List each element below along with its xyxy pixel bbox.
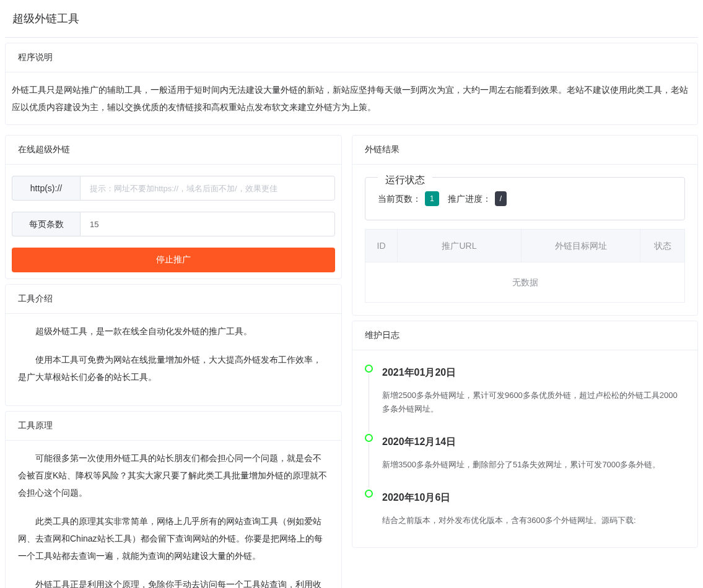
timeline-date: 2020年10月6日 xyxy=(382,488,685,508)
progress-label: 推广进度： xyxy=(448,190,491,207)
intro-p2: 使用本工具可免费为网站在线批量增加外链，大大提高外链发布工作效率，是广大草根站长… xyxy=(18,351,329,386)
online-tool-card: 在线超级外链 http(s):// 每页条数 停止推广 xyxy=(5,135,342,279)
empty-text: 无数据 xyxy=(365,262,685,303)
stop-promote-button[interactable]: 停止推广 xyxy=(12,248,335,272)
changelog-card: 维护日志 2021年01月20日 新增2500多条外链网址，累计可发9600多条… xyxy=(352,321,698,548)
col-id: ID xyxy=(365,230,398,262)
timeline-content: 新增3500多条外链网址，删除部分了51条失效网址，累计可发7000多条外链。 xyxy=(382,458,685,472)
timeline-content: 新增2500多条外链网址，累计可发9600多条优质外链，超过卢松松的外链工具20… xyxy=(382,389,685,416)
online-tool-header: 在线超级外链 xyxy=(6,136,341,165)
timeline-item: 2021年01月20日 新增2500多条外链网址，累计可发9600多条优质外链，… xyxy=(382,363,685,432)
timeline-date: 2020年12月14日 xyxy=(382,432,685,452)
description-header: 程序说明 xyxy=(6,43,697,72)
status-title: 运行状态 xyxy=(378,170,432,190)
timeline-date: 2021年01月20日 xyxy=(382,363,685,383)
timeline-item: 2020年12月14日 新增3500多条外链网址，删除部分了51条失效网址，累计… xyxy=(382,432,685,488)
principle-p3: 外链工具正是利用这个原理，免除你手动去访问每一个工具站查询，利用收集到的工具站列… xyxy=(18,576,329,588)
description-text: 外链工具只是网站推广的辅助工具，一般适用于短时间内无法建设大量外链的新站，新站应… xyxy=(12,85,688,112)
current-page-value: 1 xyxy=(425,191,439,206)
url-input[interactable] xyxy=(80,176,335,201)
timeline-item: 2020年10月6日 结合之前版本，对外发布优化版本，含有3600多个外链网址。… xyxy=(382,488,685,543)
changelog-timeline: 2021年01月20日 新增2500多条外链网址，累计可发9600多条优质外链，… xyxy=(365,363,685,543)
principle-card: 工具原理 可能很多第一次使用外链工具的站长朋友们都会担心同一个问题，就是会不会被… xyxy=(5,411,342,588)
status-fieldset: 运行状态 当前页数： 1 推广进度： / xyxy=(365,177,685,220)
result-header: 外链结果 xyxy=(352,136,697,165)
principle-header: 工具原理 xyxy=(6,412,341,441)
perpage-label: 每页条数 xyxy=(12,212,80,236)
principle-p2: 此类工具的原理其实非常简单，网络上几乎所有的网站查询工具（例如爱站网、去查网和C… xyxy=(18,512,329,564)
current-page-label: 当前页数： xyxy=(378,190,421,207)
page-title: 超级外链工具 xyxy=(5,0,698,38)
timeline-node-icon xyxy=(365,434,373,442)
result-card: 外链结果 运行状态 当前页数： 1 推广进度： / ID 推广URL xyxy=(352,135,698,316)
col-target: 外链目标网址 xyxy=(522,230,640,262)
col-status: 状态 xyxy=(640,230,685,262)
timeline-node-icon xyxy=(365,365,373,373)
intro-p1: 超级外链工具，是一款在线全自动化发外链的推广工具。 xyxy=(18,322,329,340)
intro-header: 工具介绍 xyxy=(6,285,341,314)
timeline-node-icon xyxy=(365,490,373,498)
principle-p1: 可能很多第一次使用外链工具的站长朋友们都会担心同一个问题，就是会不会被百度K站、… xyxy=(18,449,329,501)
result-table: ID 推广URL 外链目标网址 状态 无数据 xyxy=(365,229,685,303)
progress-value: / xyxy=(495,191,507,206)
col-url: 推广URL xyxy=(398,230,522,262)
intro-card: 工具介绍 超级外链工具，是一款在线全自动化发外链的推广工具。 使用本工具可免费为… xyxy=(5,284,342,406)
url-prefix-label: http(s):// xyxy=(12,176,80,201)
description-card: 程序说明 外链工具只是网站推广的辅助工具，一般适用于短时间内无法建设大量外链的新… xyxy=(5,43,698,125)
timeline-content: 结合之前版本，对外发布优化版本，含有3600多个外链网址。源码下载: xyxy=(382,514,685,527)
perpage-input[interactable] xyxy=(80,212,335,236)
changelog-header: 维护日志 xyxy=(352,321,697,350)
